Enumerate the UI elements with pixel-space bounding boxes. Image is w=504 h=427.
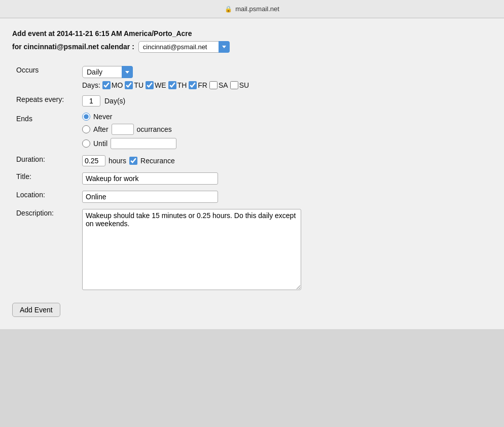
lock-icon: 🔒 [225, 6, 232, 13]
ends-never-row: Never [82, 113, 488, 121]
repeats-content-cell: Day(s) [78, 92, 492, 110]
days-label: Days: [82, 81, 100, 89]
location-content-cell [78, 188, 492, 206]
ends-after-input[interactable] [112, 124, 134, 135]
days-row: Days: MO TU WE [82, 81, 488, 89]
location-row: Location: [12, 188, 492, 206]
ends-content: Never After ocurrances Until [82, 113, 488, 149]
title-label: Title: [12, 169, 78, 188]
ends-after-row: After ocurrances [82, 124, 488, 135]
day-th-label[interactable]: TH [168, 81, 187, 89]
day-we-checkbox[interactable] [146, 81, 154, 89]
ends-after-radio[interactable] [82, 125, 90, 133]
repeats-unit: Day(s) [104, 97, 125, 105]
ends-until-label: Until [93, 139, 107, 148]
calendar-select-wrapper: cincinnati@psmail.net [138, 41, 230, 53]
day-tu-text: TU [134, 81, 143, 89]
day-th-text: TH [177, 81, 187, 89]
day-tu-label[interactable]: TU [125, 81, 143, 89]
ends-after-label: After [93, 125, 109, 133]
day-th-checkbox[interactable] [168, 81, 176, 89]
page-content: Add event at 2014-11-21 6:15 AM America/… [0, 18, 504, 329]
duration-content: hours Recurance [82, 155, 488, 166]
title-row: Title: [12, 169, 492, 188]
location-label: Location: [12, 188, 78, 206]
page-header: Add event at 2014-11-21 6:15 AM America/… [12, 28, 492, 53]
browser-bar: 🔒 mail.psmail.net [0, 0, 504, 18]
occurs-content: Daily Weekly Monthly Yearly Days: [82, 66, 488, 89]
day-fr-checkbox[interactable] [189, 81, 197, 89]
occurs-label: Occurs [12, 63, 78, 92]
day-sa-text: SA [219, 81, 228, 89]
day-mo-text: MO [112, 81, 123, 89]
occurs-select-row: Daily Weekly Monthly Yearly [82, 66, 488, 78]
recurrence-checkbox[interactable] [129, 157, 137, 165]
ends-never-label: Never [93, 113, 112, 121]
duration-content-cell: hours Recurance [78, 152, 492, 169]
duration-unit: hours [109, 157, 126, 165]
occurs-select[interactable]: Daily Weekly Monthly Yearly [82, 66, 133, 78]
description-textarea[interactable]: Wakeup should take 15 minutes or 0.25 ho… [82, 209, 301, 290]
description-content-cell: Wakeup should take 15 minutes or 0.25 ho… [78, 206, 492, 295]
recurrence-label: Recurance [140, 157, 175, 165]
ends-row: Ends Never After ocurrances U [12, 110, 492, 152]
day-tu-checkbox[interactable] [125, 81, 133, 89]
day-sa-checkbox[interactable] [209, 81, 218, 89]
repeats-row: Repeats every: Day(s) [12, 92, 492, 110]
ends-until-radio[interactable] [82, 139, 90, 148]
repeats-label: Repeats every: [12, 92, 78, 110]
occurs-row: Occurs Daily Weekly Monthly Yearly [12, 63, 492, 92]
day-fr-text: FR [198, 81, 207, 89]
ends-until-input[interactable] [111, 138, 176, 149]
title-content-cell [78, 169, 492, 188]
occurs-content-cell: Daily Weekly Monthly Yearly Days: [78, 63, 492, 92]
add-event-button[interactable]: Add Event [12, 303, 60, 317]
day-fr-label[interactable]: FR [189, 81, 207, 89]
ends-never-radio[interactable] [82, 113, 90, 121]
description-label: Description: [12, 206, 78, 295]
duration-input[interactable] [82, 155, 105, 166]
repeats-content: Day(s) [82, 95, 488, 106]
header-line1: Add event at 2014-11-21 6:15 AM America/… [12, 28, 492, 39]
browser-url: mail.psmail.net [235, 5, 279, 13]
description-row: Description: Wakeup should take 15 minut… [12, 206, 492, 295]
location-input[interactable] [82, 191, 218, 203]
form-table: Occurs Daily Weekly Monthly Yearly [12, 63, 492, 295]
day-mo-label[interactable]: MO [102, 81, 123, 89]
day-su-checkbox[interactable] [230, 81, 238, 89]
duration-row: Duration: hours Recurance [12, 152, 492, 169]
title-input[interactable] [82, 172, 218, 185]
day-su-label[interactable]: SU [230, 81, 249, 89]
ends-label: Ends [12, 110, 78, 152]
day-su-text: SU [239, 81, 249, 89]
day-we-text: WE [155, 81, 166, 89]
repeats-value-input[interactable] [82, 95, 100, 106]
occurs-select-wrapper: Daily Weekly Monthly Yearly [82, 66, 133, 78]
calendar-select[interactable]: cincinnati@psmail.net [138, 41, 230, 53]
ends-content-cell: Never After ocurrances Until [78, 110, 492, 152]
day-mo-checkbox[interactable] [102, 81, 111, 89]
header-line2: for cincinnati@psmail.net calendar : cin… [12, 41, 492, 53]
ends-until-row: Until [82, 138, 488, 149]
day-we-label[interactable]: WE [146, 81, 166, 89]
ends-after-unit: ocurrances [137, 125, 172, 133]
duration-label: Duration: [12, 152, 78, 169]
day-sa-label[interactable]: SA [209, 81, 228, 89]
for-calendar-label: for cincinnati@psmail.net calendar : [12, 42, 134, 52]
